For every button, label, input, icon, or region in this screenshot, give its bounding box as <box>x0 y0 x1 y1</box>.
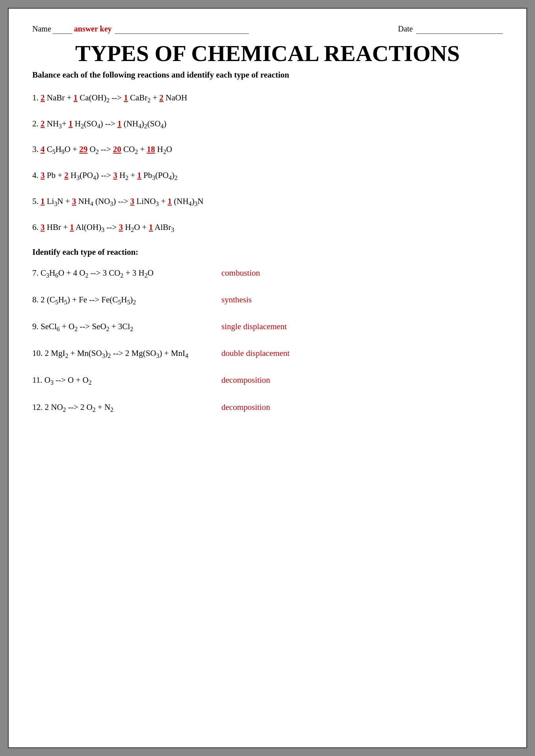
q9-equation: 9. SeCl6 + O2 --> SeO2 + 3Cl2 <box>32 322 221 333</box>
q10-type: double displacement <box>221 348 290 358</box>
q8-equation: 8. 2 (C5H5) + Fe --> Fe(C5H5)2 <box>32 295 221 306</box>
q6-coeff1: 3 <box>41 222 45 232</box>
q1-coeff3: 1 <box>124 93 128 102</box>
q4-coeff2: 2 <box>64 170 69 180</box>
q8-type: synthesis <box>221 295 252 305</box>
q5-number: 5. <box>32 196 39 206</box>
identify-question-11: 11. O3 --> O + O2 decomposition <box>32 375 503 386</box>
q10-equation: 10. 2 MgI2 + Mn(SO3)2 --> 2 Mg(SO3) + Mn… <box>32 348 221 359</box>
q6-number: 6. <box>32 222 39 232</box>
q11-type: decomposition <box>221 375 270 385</box>
q3-coeff1: 4 <box>41 145 45 154</box>
q6-coeff2: 1 <box>70 222 74 232</box>
subtitle: Balance each of the following reactions … <box>32 70 503 80</box>
header: Name answer key Date <box>32 24 503 34</box>
question-1: 1. 2 NaBr + 1 Ca(OH)2 --> 1 CaBr2 + 2 Na… <box>32 92 503 105</box>
q6-coeff3: 3 <box>119 222 123 232</box>
q12-equation: 12. 2 NO2 --> 2 O2 + N2 <box>32 402 221 413</box>
q2-coeff3: 1 <box>117 119 122 128</box>
q4-coeff4: 1 <box>137 170 141 180</box>
date-label: Date <box>398 24 413 33</box>
q11-equation: 11. O3 --> O + O2 <box>32 375 221 386</box>
q2-number: 2. <box>32 119 39 128</box>
q1-number: 1. <box>32 93 39 102</box>
q2-coeff1: 2 <box>41 119 45 128</box>
name-label: Name <box>32 24 51 33</box>
identify-question-12: 12. 2 NO2 --> 2 O2 + N2 decomposition <box>32 402 503 413</box>
q1-coeff1: 2 <box>41 93 45 102</box>
q4-coeff3: 3 <box>113 170 117 180</box>
identify-question-8: 8. 2 (C5H5) + Fe --> Fe(C5H5)2 synthesis <box>32 295 503 306</box>
date-underline <box>416 24 503 34</box>
q9-type: single displacement <box>221 322 287 332</box>
identify-question-7: 7. C3H6O + 4 O2 --> 3 CO2 + 3 H2O combus… <box>32 268 503 279</box>
q4-coeff1: 3 <box>41 170 45 180</box>
q6-coeff4: 1 <box>149 222 153 232</box>
q5-coeff3: 3 <box>130 196 135 206</box>
q5-coeff2: 3 <box>72 196 76 206</box>
identify-header: Identify each type of reaction: <box>32 247 503 257</box>
q1-coeff4: 2 <box>160 93 164 102</box>
q7-equation: 7. C3H6O + 4 O2 --> 3 CO2 + 3 H2O <box>32 268 221 279</box>
q7-type: combustion <box>221 268 260 278</box>
q3-coeff3: 20 <box>113 145 121 154</box>
identify-question-9: 9. SeCl6 + O2 --> SeO2 + 3Cl2 single dis… <box>32 322 503 333</box>
question-3: 3. 4 C5H9O + 29 O2 --> 20 CO2 + 18 H2O <box>32 143 503 157</box>
q5-coeff4: 1 <box>168 196 172 206</box>
q3-number: 3. <box>32 145 39 154</box>
q2-coeff2: 1 <box>69 119 73 128</box>
question-4: 4. 3 Pb + 2 H3(PO4) --> 3 H2 + 1 Pb3(PO4… <box>32 169 503 183</box>
answer-key-text: answer key <box>74 24 112 33</box>
question-5: 5. 1 Li3N + 3 NH4 (NO3) --> 3 LiNO3 + 1 … <box>32 195 503 209</box>
q3-coeff4: 18 <box>147 145 155 154</box>
identify-question-10: 10. 2 MgI2 + Mn(SO3)2 --> 2 Mg(SO3) + Mn… <box>32 348 503 359</box>
date-section: Date <box>398 24 503 34</box>
name-underline-line <box>115 24 249 34</box>
name-section: Name answer key <box>32 24 249 34</box>
page: Name answer key Date TYPES OF CHEMICAL R… <box>8 8 527 748</box>
q3-coeff2: 29 <box>79 145 87 154</box>
q5-coeff1: 1 <box>41 196 45 206</box>
question-6: 6. 3 HBr + 1 Al(OH)3 --> 3 H2O + 1 AlBr3 <box>32 221 503 235</box>
q1-coeff2: 1 <box>74 93 78 102</box>
main-title: TYPES OF CHEMICAL REACTIONS <box>32 41 503 66</box>
question-2: 2. 2 NH3+ 1 H2(SO4) --> 1 (NH4)2(SO4) <box>32 118 503 131</box>
q12-type: decomposition <box>221 402 270 412</box>
q4-number: 4. <box>32 170 39 180</box>
